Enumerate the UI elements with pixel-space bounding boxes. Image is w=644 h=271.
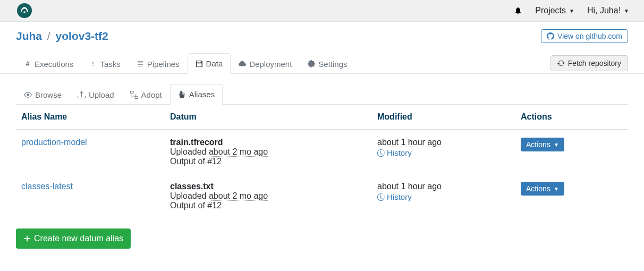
tab-tasks-label: Tasks: [100, 60, 120, 69]
col-alias: Alias Name: [16, 105, 165, 130]
content-area: Alias Name Datum Modified Actions produc…: [0, 105, 644, 218]
user-menu[interactable]: Hi, Juha! ▼: [587, 6, 629, 15]
datum-output: Output of #12: [170, 201, 367, 210]
tabs-row: Executions Tasks Pipelines Data Deployme…: [0, 53, 644, 74]
alias-link[interactable]: production-model: [21, 138, 87, 147]
modified-ago: about 1 hour ago: [377, 138, 442, 147]
plus-icon: [23, 235, 31, 242]
main-tabs: Executions Tasks Pipelines Data Deployme…: [16, 53, 355, 73]
subtab-adopt-label: Adopt: [141, 90, 162, 99]
subtab-adopt[interactable]: Adopt: [122, 84, 170, 105]
gear-icon: [308, 60, 315, 67]
history-link[interactable]: History: [377, 192, 412, 201]
subtab-browse[interactable]: Browse: [16, 84, 70, 105]
data-subtabs: Browse Upload Adopt Aliases: [16, 83, 628, 105]
table-header-row: Alias Name Datum Modified Actions: [16, 105, 628, 130]
tab-deployment-label: Deployment: [249, 60, 292, 69]
history-icon: [377, 193, 385, 201]
tab-deployment[interactable]: Deployment: [231, 53, 300, 74]
caret-down-icon: ▼: [569, 8, 574, 14]
create-button-label: Create new datum alias: [34, 234, 123, 243]
tab-executions[interactable]: Executions: [16, 53, 81, 74]
subtab-browse-label: Browse: [35, 90, 62, 99]
table-row: classes-latest classes.txt Uploaded abou…: [16, 174, 628, 218]
tab-settings[interactable]: Settings: [300, 53, 355, 74]
hash-icon: [24, 60, 31, 67]
col-datum: Datum: [165, 105, 372, 130]
subtab-aliases[interactable]: Aliases: [170, 84, 223, 105]
svg-point-0: [23, 11, 25, 13]
greeting-label: Hi, Juha!: [587, 6, 621, 15]
fetch-repository-button[interactable]: Fetch repository: [550, 55, 628, 71]
upload-icon: [78, 91, 86, 99]
eye-icon: [24, 91, 32, 99]
col-modified: Modified: [372, 105, 515, 130]
caret-down-icon: ▼: [624, 8, 629, 14]
subtab-upload[interactable]: Upload: [70, 84, 122, 105]
datum-uploaded: Uploaded about 2 mo ago: [170, 147, 367, 157]
tab-settings-label: Settings: [318, 60, 347, 69]
caret-down-icon: ▼: [554, 186, 559, 192]
history-label: History: [387, 192, 412, 201]
tab-tasks[interactable]: Tasks: [81, 53, 128, 74]
history-label: History: [387, 148, 412, 157]
github-icon: [547, 32, 554, 40]
tab-pipelines-label: Pipelines: [147, 60, 180, 69]
tab-data-label: Data: [206, 59, 223, 68]
cloud-icon: [239, 60, 246, 67]
history-link[interactable]: History: [377, 148, 412, 157]
breadcrumb-separator: /: [47, 30, 50, 42]
github-button-label: View on github.com: [557, 32, 622, 40]
subtab-aliases-label: Aliases: [189, 90, 215, 99]
actions-label: Actions: [526, 140, 550, 149]
tab-pipelines[interactable]: Pipelines: [129, 53, 188, 74]
datum-output: Output of #12: [170, 157, 367, 166]
notifications-icon[interactable]: [514, 6, 522, 15]
datum-uploaded: Uploaded about 2 mo ago: [170, 191, 367, 201]
refresh-icon: [557, 60, 565, 67]
subtab-upload-label: Upload: [89, 90, 114, 99]
pointer-icon: [178, 90, 186, 98]
breadcrumb: Juha / yolov3-tf2: [16, 30, 108, 43]
logo[interactable]: [17, 3, 32, 18]
datum-name: classes.txt: [170, 182, 367, 191]
datum-name: train.tfrecord: [170, 138, 367, 147]
list-icon: [137, 60, 144, 67]
tab-data[interactable]: Data: [188, 53, 231, 74]
breadcrumb-project[interactable]: yolov3-tf2: [56, 30, 108, 42]
topbar-right: Projects ▼ Hi, Juha! ▼: [514, 6, 638, 15]
breadcrumb-owner[interactable]: Juha: [16, 30, 42, 42]
save-icon: [196, 60, 203, 67]
adopt-icon: [130, 91, 138, 99]
tab-executions-label: Executions: [35, 60, 73, 69]
projects-label: Projects: [535, 6, 566, 15]
subtabs-row: Browse Upload Adopt Aliases: [0, 83, 644, 105]
col-actions: Actions: [515, 105, 628, 130]
caret-down-icon: ▼: [554, 142, 559, 148]
logo-icon: [20, 6, 29, 15]
exclamation-icon: [89, 60, 97, 67]
breadcrumb-row: Juha / yolov3-tf2 View on github.com: [0, 22, 644, 50]
alias-link[interactable]: classes-latest: [21, 182, 73, 191]
row-actions-button[interactable]: Actions ▼: [521, 138, 564, 151]
view-on-github-button[interactable]: View on github.com: [541, 29, 628, 43]
row-actions-button[interactable]: Actions ▼: [521, 182, 564, 196]
table-row: production-model train.tfrecord Uploaded…: [16, 130, 628, 174]
fetch-label: Fetch repository: [568, 59, 621, 67]
aliases-table: Alias Name Datum Modified Actions produc…: [16, 105, 628, 218]
history-icon: [377, 149, 385, 157]
actions-label: Actions: [526, 184, 550, 193]
topbar: Projects ▼ Hi, Juha! ▼: [0, 0, 644, 22]
modified-ago: about 1 hour ago: [377, 182, 442, 191]
create-alias-button[interactable]: Create new datum alias: [16, 228, 131, 249]
projects-menu[interactable]: Projects ▼: [535, 6, 574, 15]
